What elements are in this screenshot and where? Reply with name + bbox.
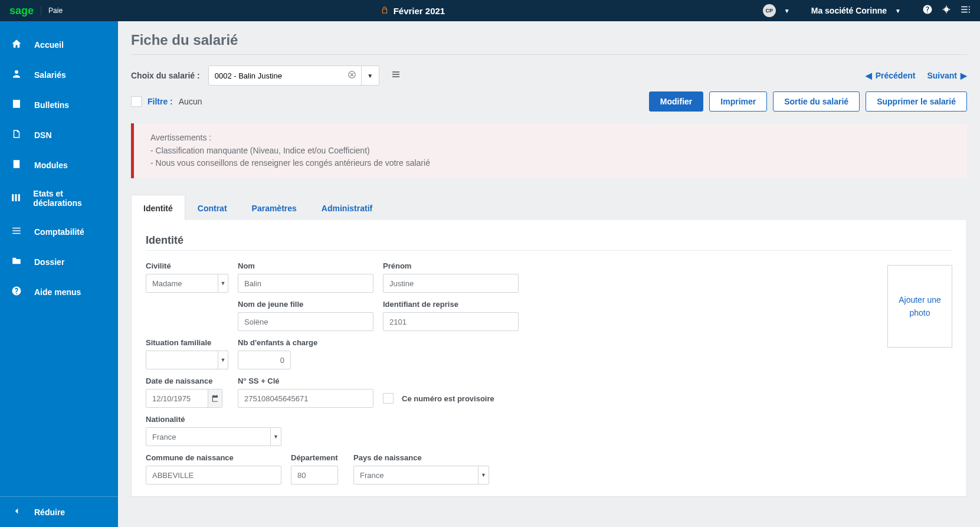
- enfants-input[interactable]: [238, 351, 291, 369]
- panel-identite: Identité Civilité ▼: [131, 220, 967, 497]
- sidebar-item-comptabilite[interactable]: Comptabilité: [0, 217, 118, 247]
- nationalite-select[interactable]: ▼: [146, 427, 281, 446]
- add-photo-label: Ajouter une photo: [888, 293, 952, 320]
- payslips-icon: [11, 99, 22, 111]
- sidebar-item-label: Modules: [34, 161, 68, 170]
- prenom-label: Prénom: [383, 261, 519, 270]
- employee-select[interactable]: ▼: [208, 66, 379, 86]
- main: Fiche du salarié Choix du salarié : ▼ ◀P…: [118, 21, 980, 527]
- avatar-menu-caret-icon[interactable]: ▼: [784, 8, 790, 14]
- ssn-label: N° SS + Clé: [238, 377, 373, 385]
- pays-label: Pays de naissance: [353, 453, 489, 462]
- sidebar-item-label: DSN: [34, 130, 52, 140]
- top-right: CP ▼ Ma société Corinne ▼: [763, 4, 971, 17]
- commune-input[interactable]: [146, 466, 281, 485]
- chevron-down-icon[interactable]: ▼: [218, 274, 228, 292]
- maiden-input[interactable]: [238, 312, 373, 331]
- sidebar-item-salaries[interactable]: Salariés: [0, 60, 118, 90]
- commune-label: Commune de naissance: [146, 453, 281, 462]
- ssn-temp-checkbox[interactable]: [383, 393, 394, 404]
- accounting-icon: [11, 225, 22, 238]
- reprise-input[interactable]: [383, 312, 519, 331]
- chevron-down-icon[interactable]: ▼: [270, 428, 281, 446]
- ssn-input[interactable]: [238, 389, 373, 408]
- filter-value: Aucun: [179, 97, 202, 106]
- sidebar-item-accueil[interactable]: Accueil: [0, 30, 118, 60]
- arrow-right-icon: ▶: [961, 71, 967, 80]
- sidebar-item-bulletins[interactable]: Bulletins: [0, 90, 118, 120]
- sidebar-item-etats[interactable]: Etats et déclarations: [0, 180, 118, 217]
- company-caret-icon[interactable]: ▼: [895, 8, 901, 14]
- calendar-icon[interactable]: [208, 389, 222, 407]
- warnings-alert: Avertissements : - Classification manqua…: [131, 123, 967, 178]
- sidebar-item-label: Dossier: [34, 257, 64, 267]
- warnings-title: Avertissements :: [150, 132, 950, 145]
- dob-label: Date de naissance: [146, 377, 228, 385]
- tab-contrat[interactable]: Contrat: [185, 195, 240, 220]
- theme-icon[interactable]: [941, 4, 952, 17]
- sidebar-item-label: Bulletins: [34, 100, 69, 110]
- nom-input[interactable]: [238, 274, 373, 293]
- sidebar-item-dsn[interactable]: DSN: [0, 120, 118, 150]
- enfants-label: Nb d'enfants à charge: [238, 338, 320, 347]
- delete-employee-button[interactable]: Supprimer le salarié: [866, 91, 967, 112]
- civility-label: Civilité: [146, 261, 228, 270]
- nationalite-label: Nationalité: [146, 415, 281, 424]
- tabs: Identité Contrat Paramètres Administrati…: [131, 195, 967, 220]
- period[interactable]: Février 2021: [63, 6, 763, 16]
- modify-button[interactable]: Modifier: [649, 91, 703, 112]
- tab-parametres[interactable]: Paramètres: [240, 195, 309, 220]
- sidebar-collapse[interactable]: Réduire: [0, 497, 118, 527]
- prev-link[interactable]: ◀Précédent: [866, 71, 916, 80]
- sidebar-item-label: Accueil: [34, 40, 64, 50]
- choose-employee-label: Choix du salarié :: [131, 71, 200, 80]
- sidebar-item-label: Etats et déclarations: [33, 189, 107, 208]
- warnings-line: - Classification manquante (Niveau, Indi…: [150, 145, 950, 158]
- sidebar-item-modules[interactable]: Modules: [0, 150, 118, 180]
- sitfam-select[interactable]: ▼: [146, 351, 228, 369]
- print-button[interactable]: Imprimer: [709, 91, 767, 112]
- employee-list-icon[interactable]: [391, 70, 401, 81]
- ssn-temp-label: Ce numéro est provisoire: [402, 394, 494, 403]
- civility-value[interactable]: [146, 274, 218, 292]
- sidebar-item-label: Salariés: [34, 70, 66, 80]
- sidebar-item-label: Aide menus: [34, 287, 81, 297]
- tab-administratif[interactable]: Administratif: [309, 195, 385, 220]
- filter-checkbox[interactable]: [131, 96, 142, 107]
- employee-select-caret-icon[interactable]: ▼: [361, 66, 379, 85]
- chevron-down-icon[interactable]: ▼: [478, 466, 489, 484]
- help-icon[interactable]: [922, 4, 933, 17]
- avatar[interactable]: CP: [763, 4, 776, 17]
- reprise-label: Identifiant de reprise: [383, 300, 519, 309]
- tab-identite[interactable]: Identité: [131, 195, 185, 220]
- sidebar-item-aide[interactable]: Aide menus: [0, 277, 118, 307]
- company-name[interactable]: Ma société Corinne: [811, 6, 887, 15]
- chevron-down-icon[interactable]: ▼: [218, 351, 228, 369]
- exit-employee-button[interactable]: Sortie du salarié: [773, 91, 860, 112]
- unlock-icon: [381, 6, 389, 16]
- prenom-input[interactable]: [383, 274, 519, 293]
- dob-input[interactable]: [146, 389, 222, 408]
- sidebar: Accueil Salariés Bulletins DSN Modules E…: [0, 21, 118, 527]
- sidebar-item-dossier[interactable]: Dossier: [0, 247, 118, 277]
- sidebar-collapse-label: Réduire: [34, 508, 65, 517]
- arrow-left-icon: ◀: [866, 71, 872, 80]
- brand-logo: sage: [9, 5, 34, 17]
- maiden-label: Nom de jeune fille: [238, 300, 373, 309]
- pays-select[interactable]: ▼: [353, 466, 489, 485]
- filter-label[interactable]: Filtre :: [148, 97, 173, 106]
- add-photo[interactable]: Ajouter une photo: [887, 265, 952, 348]
- civility-select[interactable]: ▼: [146, 274, 228, 293]
- page-title: Fiche du salarié: [131, 32, 967, 48]
- help-menu-icon: [11, 286, 22, 298]
- nom-label: Nom: [238, 261, 373, 270]
- employee-select-input[interactable]: [209, 66, 343, 85]
- product-name: Paie: [41, 6, 63, 15]
- section-title: Identité: [146, 234, 952, 247]
- dept-input[interactable]: [291, 466, 338, 485]
- clear-employee-icon[interactable]: [343, 70, 361, 81]
- sitfam-label: Situation familiale: [146, 338, 228, 347]
- next-link[interactable]: Suivant▶: [927, 71, 967, 80]
- list-settings-icon[interactable]: [960, 4, 971, 17]
- reports-icon: [11, 192, 21, 205]
